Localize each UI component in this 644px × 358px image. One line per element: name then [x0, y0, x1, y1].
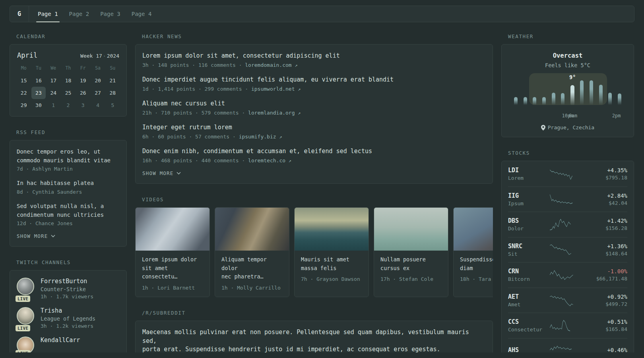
video-thumbnail[interactable] — [215, 208, 289, 251]
hackernews-item: Donec imperdiet augue tincidunt felis al… — [142, 76, 486, 92]
dashboard: CALENDAR April Week 17·2024 MoTuWeThFrSa… — [0, 22, 644, 352]
calendar-day: 25 — [61, 87, 75, 99]
stock-row[interactable]: CRN Bitcorn -1.00% $66,171.48 — [508, 262, 627, 288]
rss-item-title[interactable]: Sed volutpat nulla nisl, a condimentum n… — [17, 202, 120, 219]
weather-hour-bar — [533, 97, 536, 105]
video-card[interactable]: Nullam posuere cursus ex 17h · Stefan Co… — [374, 207, 448, 297]
video-thumbnail[interactable] — [374, 208, 448, 251]
stock-name: Consectetur — [508, 327, 549, 333]
stock-row[interactable]: SNRC Sit +1.36% $148.64 — [508, 237, 627, 263]
stock-row[interactable]: CCS Consectetur +0.51% $165.84 — [508, 313, 627, 338]
rss-card: Donec tempor eros leo, ut commodo mauris… — [10, 140, 127, 247]
video-card[interactable]: Mauris sit amet massa felis 7h · Grayson… — [294, 207, 369, 297]
calendar-header: April Week 17·2024 — [16, 51, 120, 59]
video-card[interactable]: Lorem ipsum dolor sit amet consectetu… 1… — [135, 207, 210, 297]
chevron-down-icon — [51, 235, 55, 237]
video-thumbnail[interactable] — [136, 208, 209, 251]
video-title[interactable]: Lorem ipsum dolor sit amet consectetu… — [142, 255, 206, 281]
calendar-day: 4 — [91, 99, 105, 111]
hackernews-item-domain[interactable]: ipsumify.biz — [239, 134, 276, 140]
calendar-day: 18 — [61, 74, 75, 87]
weather-feels-like: Feels like 5°C — [508, 62, 627, 68]
calendar-day: 5 — [106, 99, 120, 111]
weekday-label: Th — [61, 65, 76, 74]
calendar-week: Week 17 — [80, 53, 102, 59]
stock-price: $499.72 — [605, 301, 627, 307]
stock-change-percent: +0.51% — [605, 319, 627, 325]
rss-item: Donec tempor eros leo, ut commodo mauris… — [17, 148, 120, 172]
video-thumbnail[interactable] — [295, 208, 369, 251]
hackernews-item-domain[interactable]: loremtech.co — [248, 158, 285, 163]
weather-location[interactable]: Prague, Czechia — [508, 125, 627, 130]
calendar-weekdays: MoTuWeThFrSaSu — [16, 65, 120, 74]
hackernews-item-meta: 21h · 710 points · 579 comments · loreml… — [142, 110, 486, 116]
stock-sparkline — [549, 319, 574, 332]
nav-tab[interactable]: Page 1 — [32, 6, 64, 22]
rss-show-more-button[interactable]: SHOW MORE — [17, 233, 55, 239]
show-more-label: SHOW MORE — [17, 233, 48, 239]
video-thumbnail[interactable] — [454, 208, 493, 251]
subreddit-post-title[interactable]: Maecenas mollis pulvinar erat non posuer… — [142, 328, 486, 352]
twitch-channel-game: Counter-Strike — [41, 286, 93, 292]
stock-values: +0.92% $499.72 — [605, 294, 627, 307]
stock-identity: SNRC Sit — [508, 243, 549, 257]
external-link-icon: ↗ — [279, 134, 282, 140]
video-title[interactable]: Nullam posuere cursus ex — [380, 255, 444, 272]
video-card[interactable]: Aliquam tempor dolor nec pharetra… 1h · … — [215, 207, 289, 297]
show-more-label: SHOW MORE — [142, 170, 174, 176]
stock-values: +4.35% $795.18 — [605, 167, 627, 181]
live-status-badge: LIVE — [16, 350, 30, 352]
calendar-day: 3 — [76, 99, 90, 111]
hackernews-item-title[interactable]: Lorem ipsum dolor sit amet, consectetur … — [142, 52, 486, 60]
stock-price: $42.04 — [607, 200, 627, 206]
rss-item-title[interactable]: Donec tempor eros leo, ut commodo mauris… — [17, 148, 120, 165]
nav-tab[interactable]: Page 3 — [95, 6, 126, 22]
app-logo[interactable]: G — [10, 6, 29, 22]
weather-label: WEATHER — [508, 33, 634, 39]
twitch-avatar-wrap: LIVE — [17, 307, 35, 329]
stock-sparkline — [549, 167, 574, 181]
sparkline-path — [550, 270, 573, 280]
nav-tab[interactable]: Page 2 — [64, 6, 95, 22]
rss-item: Sed volutpat nulla nisl, a condimentum n… — [17, 202, 120, 226]
video-info: Lorem ipsum dolor sit amet consectetu… 1… — [136, 251, 209, 297]
video-title[interactable]: Mauris sit amet massa felis — [301, 255, 365, 272]
twitch-channel-row[interactable]: LIVE ForrestBurton Counter-Strike 1h · 1… — [17, 278, 120, 300]
calendar-day: 21 — [106, 74, 120, 87]
hackernews-item-title[interactable]: Donec enim nibh, condimentum et accumsan… — [142, 147, 486, 156]
hackernews-item-domain[interactable]: ipsumworld.net — [251, 86, 295, 92]
hackernews-item: Integer eget rutrum lorem 6h · 60 points… — [142, 123, 486, 140]
hackernews-item-domain[interactable]: loremdomain.com — [245, 62, 291, 68]
video-info: Nullam posuere cursus ex 17h · Stefan Co… — [374, 251, 448, 288]
twitch-channel-row[interactable]: LIVE Trisha League of Legends 3h · 1.2k … — [17, 307, 120, 329]
hackernews-show-more-button[interactable]: SHOW MORE — [142, 170, 181, 176]
sparkline-path — [550, 195, 572, 204]
stock-row[interactable]: IIG Ipsum +2.84% $42.04 — [508, 187, 627, 212]
nav-tab[interactable]: Page 4 — [126, 6, 157, 22]
stock-row[interactable]: DBS Dolor +1.42% $156.28 — [508, 212, 627, 237]
stock-values: +2.84% $42.04 — [607, 193, 627, 206]
rss-item-title[interactable]: In hac habitasse platea — [17, 179, 120, 188]
hackernews-item-title[interactable]: Aliquam nec cursus elit — [142, 99, 486, 108]
hackernews-item-title[interactable]: Donec imperdiet augue tincidunt felis al… — [142, 76, 486, 84]
calendar-day: 28 — [106, 87, 120, 99]
calendar-day: 30 — [31, 99, 45, 111]
stock-row[interactable]: LDI Lorem +4.35% $795.18 — [508, 161, 627, 187]
hackernews-item-domain[interactable]: loremlandia.org — [248, 110, 295, 116]
video-title[interactable]: Suspendisse diam — [460, 255, 493, 272]
right-column: WEATHER Overcast Feels like 5°C — [501, 33, 634, 352]
stock-row[interactable]: AET Amet +0.92% $499.72 — [508, 288, 627, 313]
hackernews-item-title[interactable]: Integer eget rutrum lorem — [142, 123, 486, 132]
hackernews-label: HACKER NEWS — [142, 33, 493, 39]
video-card[interactable]: Suspendisse diam 18h · Tara — [453, 207, 493, 297]
sparkline-path — [550, 346, 572, 350]
weather-bars — [514, 80, 621, 105]
stock-row[interactable]: AHS +0.46% — [508, 338, 627, 353]
weather-hour-bar — [524, 97, 527, 105]
weather-hour-bar — [608, 93, 612, 105]
live-status-badge: LIVE — [16, 325, 30, 331]
video-title[interactable]: Aliquam tempor dolor nec pharetra… — [221, 255, 285, 281]
twitch-channel-row[interactable]: LIVE KendallCarr — [17, 337, 120, 352]
stock-price: $165.84 — [605, 326, 627, 332]
calendar-day: 26 — [76, 87, 90, 99]
